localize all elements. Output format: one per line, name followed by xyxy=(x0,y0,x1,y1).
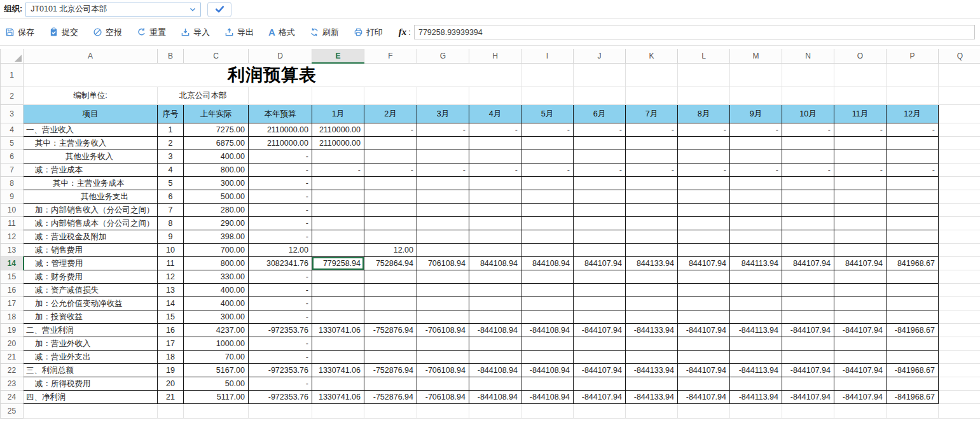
cell-month[interactable] xyxy=(521,284,574,297)
cell-month[interactable] xyxy=(574,284,626,297)
cell[interactable] xyxy=(939,270,980,284)
cell[interactable] xyxy=(312,87,364,105)
cell-month[interactable]: - xyxy=(574,123,626,137)
cell-month[interactable] xyxy=(417,137,469,150)
cell-seq[interactable]: 8 xyxy=(158,217,184,230)
cell-month[interactable] xyxy=(782,284,834,297)
cell-item-label[interactable]: 减：内部销售成本（分公司之间） xyxy=(24,217,158,230)
cell-month[interactable] xyxy=(364,177,417,190)
cell-month[interactable]: - xyxy=(730,164,782,177)
table-header-cell[interactable]: 1月 xyxy=(312,105,364,123)
cell-month[interactable] xyxy=(834,297,887,310)
cell-month[interactable] xyxy=(782,377,834,391)
cell[interactable] xyxy=(782,63,834,87)
cell-month[interactable] xyxy=(678,270,730,284)
cell-month[interactable] xyxy=(469,230,521,244)
cell-month[interactable] xyxy=(887,310,939,324)
cell-month[interactable]: -841968.67 xyxy=(887,324,939,337)
cell-month[interactable] xyxy=(574,351,626,364)
table-header-cell[interactable]: 7月 xyxy=(626,105,678,123)
cell-seq[interactable]: 6 xyxy=(158,190,184,204)
cell-prev-year[interactable]: 300.00 xyxy=(184,177,249,190)
cell-month[interactable] xyxy=(469,284,521,297)
cell-month[interactable]: - xyxy=(678,123,730,137)
cell-month[interactable] xyxy=(521,177,574,190)
cell-seq[interactable]: 18 xyxy=(158,351,184,364)
cell[interactable] xyxy=(939,337,980,351)
cell[interactable] xyxy=(939,257,980,270)
cell-month[interactable] xyxy=(834,377,887,391)
cell-month[interactable]: 12.00 xyxy=(364,244,417,257)
cell[interactable] xyxy=(939,324,980,337)
cell-month[interactable] xyxy=(469,377,521,391)
cell-month[interactable]: - xyxy=(364,164,417,177)
cell-month[interactable] xyxy=(887,204,939,217)
column-header-E[interactable]: E xyxy=(312,49,364,63)
cell-seq[interactable]: 2 xyxy=(158,137,184,150)
cell-month[interactable] xyxy=(312,270,364,284)
cell-month[interactable] xyxy=(834,351,887,364)
cell-month[interactable] xyxy=(887,351,939,364)
cell-month[interactable]: 2110000.00 xyxy=(312,123,364,137)
cell[interactable] xyxy=(678,404,730,419)
cell-month[interactable] xyxy=(782,190,834,204)
table-header-cell[interactable]: 11月 xyxy=(834,105,887,123)
cell-month[interactable]: - xyxy=(312,164,364,177)
row-header-8[interactable]: 8 xyxy=(1,177,24,190)
cell-month[interactable] xyxy=(364,217,417,230)
cell-seq[interactable]: 5 xyxy=(158,177,184,190)
cell-month[interactable] xyxy=(312,217,364,230)
cell-month[interactable] xyxy=(469,297,521,310)
cell-month[interactable] xyxy=(417,337,469,351)
cell[interactable] xyxy=(469,87,521,105)
column-header-I[interactable]: I xyxy=(521,49,574,63)
cell-item-label[interactable]: 一、营业收入 xyxy=(24,123,158,137)
cell-month[interactable] xyxy=(417,177,469,190)
cell-month[interactable] xyxy=(782,217,834,230)
select-all-corner[interactable] xyxy=(1,49,24,63)
cell-month[interactable] xyxy=(312,351,364,364)
cell-month[interactable] xyxy=(469,244,521,257)
cell-month[interactable]: -844107.94 xyxy=(678,324,730,337)
cell-month[interactable] xyxy=(312,284,364,297)
cell-year-budget[interactable]: 12.00 xyxy=(249,244,312,257)
cell-month[interactable]: -844107.94 xyxy=(834,391,887,404)
cell-year-budget[interactable]: - xyxy=(249,310,312,324)
cell-month[interactable] xyxy=(521,137,574,150)
cell-month[interactable] xyxy=(521,204,574,217)
cell-month[interactable] xyxy=(887,337,939,351)
cell-month[interactable] xyxy=(574,150,626,164)
org-select[interactable]: JT0101 北京公司本部 xyxy=(25,3,201,17)
cell[interactable] xyxy=(834,87,887,105)
table-header-cell[interactable]: 4月 xyxy=(469,105,521,123)
column-header-D[interactable]: D xyxy=(249,49,312,63)
cell-seq[interactable]: 15 xyxy=(158,310,184,324)
cell-month[interactable] xyxy=(521,377,574,391)
cell-month[interactable]: -844107.94 xyxy=(834,324,887,337)
cell[interactable] xyxy=(939,364,980,377)
cell[interactable] xyxy=(939,297,980,310)
cell-month[interactable] xyxy=(521,310,574,324)
cell-month[interactable] xyxy=(417,204,469,217)
cell-month[interactable]: -841968.67 xyxy=(887,364,939,377)
cell-month[interactable]: - xyxy=(469,164,521,177)
cell-month[interactable]: - xyxy=(782,164,834,177)
cell-seq[interactable]: 11 xyxy=(158,257,184,270)
cell[interactable] xyxy=(939,230,980,244)
cell-month[interactable] xyxy=(782,351,834,364)
cell-month[interactable] xyxy=(469,204,521,217)
cell-item-label[interactable]: 减：营业外支出 xyxy=(24,351,158,364)
column-header-H[interactable]: H xyxy=(469,49,521,63)
format-button[interactable]: A格式 xyxy=(268,27,295,38)
cell-month[interactable] xyxy=(417,190,469,204)
cell-month[interactable]: -706108.94 xyxy=(417,391,469,404)
cell-year-budget[interactable]: - xyxy=(249,230,312,244)
cell-month[interactable]: - xyxy=(626,123,678,137)
cell-month[interactable] xyxy=(887,284,939,297)
cell-prev-year[interactable]: 1000.00 xyxy=(184,337,249,351)
cell-month[interactable] xyxy=(834,217,887,230)
cell-month[interactable]: -844113.94 xyxy=(730,364,782,377)
empty-report-button[interactable]: 空报 xyxy=(93,27,122,38)
column-header-M[interactable]: M xyxy=(730,49,782,63)
cell-month[interactable] xyxy=(574,297,626,310)
